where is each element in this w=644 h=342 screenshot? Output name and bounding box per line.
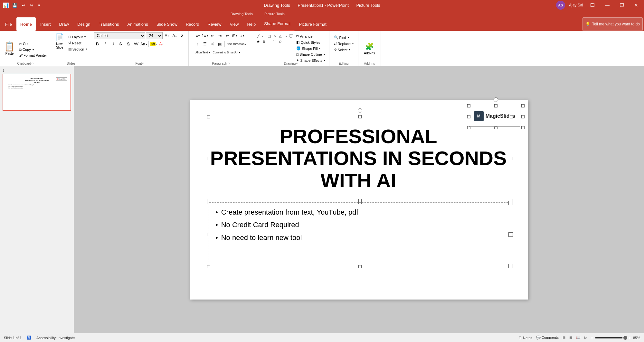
menu-file[interactable]: File [1,17,16,31]
align-left-button[interactable]: ⫶ [194,41,201,48]
redo-button[interactable]: ↪ [29,2,35,8]
shape-star[interactable]: ★ [256,39,261,44]
shape-more[interactable]: ⊕ [261,39,266,44]
layout-button[interactable]: ⊟ Layout ▾ [67,34,89,40]
menu-insert[interactable]: Insert [36,17,55,31]
bullets-button[interactable]: ≡▾ [194,32,201,39]
shape-line[interactable]: ╱ [256,33,261,39]
canvas-area[interactable]: M MagicSlides [74,66,644,333]
align-center-button[interactable]: ☰ [202,41,209,48]
select-button[interactable]: ⊹ Select ▾ [333,47,352,52]
zoom-thumb[interactable] [623,336,627,340]
change-case-button[interactable]: Aa▾ [140,41,147,48]
picture-tools-tab[interactable]: Picture Tools [259,11,290,16]
increase-font-button[interactable]: A↑ [163,32,170,39]
title-textbox[interactable]: PROFESSIONAL PRESENTATIONS IN SECONDS WI… [209,117,508,200]
quick-styles-button[interactable]: ◧ Quick Styles [295,40,326,45]
smart-indent-button[interactable]: ⇔ [224,32,231,39]
menu-draw[interactable]: Draw [55,17,73,31]
shape-line2[interactable]: — [267,39,272,44]
zoom-in-button[interactable]: + [629,336,631,340]
menu-review[interactable]: Review [204,17,225,31]
clipboard-expand-icon[interactable]: ⧉ [32,62,33,65]
handle-ne[interactable] [521,104,525,107]
slide-canvas[interactable]: M MagicSlides [190,100,528,300]
align-text-button[interactable]: Align Text ▾ [194,49,211,56]
convert-smartart-button[interactable]: Convert to SmartArt ▾ [212,49,242,56]
shape-circle[interactable]: ○ [272,33,277,39]
underline-button[interactable]: U [109,41,116,48]
customize-qat-button[interactable]: ▾ [37,2,42,8]
copy-dropdown-arrow[interactable]: ▾ [33,48,34,51]
shape-outline-button[interactable]: □ Shape Outline ▾ [295,52,326,57]
bullets-handle-e[interactable] [508,232,513,237]
menu-animations[interactable]: Animations [124,17,152,31]
slideshow-button[interactable]: ▷ [584,336,587,340]
restore-button[interactable]: ❐ [617,1,627,9]
line-spacing-button[interactable]: ↕▾ [239,32,246,39]
reset-button[interactable]: ↺ Reset [67,40,89,46]
add-ins-button[interactable]: 🧩 Add-ins [362,42,376,56]
shape-arrow[interactable]: → [283,33,288,39]
justify-button[interactable]: ▤ [216,41,223,48]
layout-arrow[interactable]: ▾ [84,35,86,38]
new-slide-button[interactable]: 📄 NewSlide [54,32,66,50]
zoom-out-button[interactable]: − [591,336,593,340]
bullets-textbox[interactable]: • Create presentation from text, YouTube… [209,202,508,265]
bullets-handle-s[interactable] [358,265,362,268]
strikethrough-button[interactable]: S [117,41,124,48]
title-rotate-handle[interactable] [358,108,362,113]
find-button[interactable]: 🔍 Find ▾ [333,35,350,40]
menu-shape-format[interactable]: Shape Format [260,17,294,31]
numbering-button[interactable]: 1≡▾ [202,32,209,39]
copy-button[interactable]: ⧉ Copy ▾ [18,47,48,52]
bold-button[interactable]: B [94,41,101,48]
format-painter-button[interactable]: 🖌 Format Painter [18,53,48,58]
shape-fill-button[interactable]: 🪣 Shape Fill ▾ [295,46,326,51]
bullets-handle-sw[interactable] [207,265,210,268]
notes-button[interactable]: 🗒 Notes [518,336,532,340]
user-avatar[interactable]: AS [556,1,565,10]
decrease-font-button[interactable]: A↓ [171,32,178,39]
shape-effects-button[interactable]: ✦ Shape Effects ▾ [295,58,326,63]
font-expand-icon[interactable]: ⧉ [142,62,144,65]
view-slide-sorter-button[interactable]: ⊞ [569,336,572,340]
view-reading-button[interactable]: 📖 [576,336,581,340]
font-size-select[interactable]: 24 [146,32,163,39]
close-button[interactable]: ✕ [631,1,641,9]
clear-format-button[interactable]: ✗ [179,32,186,39]
menu-help[interactable]: Help [243,17,260,31]
menu-record[interactable]: Record [182,17,203,31]
char-spacing-button[interactable]: AV [132,41,139,48]
accessibility-label[interactable]: Accessibility: Investigate [36,336,75,340]
menu-slide-show[interactable]: Slide Show [153,17,181,31]
italic-button[interactable]: I [101,41,109,48]
cut-button[interactable]: ✂ Cut [18,41,48,47]
section-arrow[interactable]: ▾ [86,48,87,51]
rotate-handle[interactable] [494,97,498,102]
text-direction-button[interactable]: Text Direction ▾ [226,41,248,48]
bullets-handle-ne[interactable] [508,201,513,205]
shape-triangle[interactable]: △ [278,33,283,39]
title-handle-e[interactable] [510,157,513,160]
drawing-tools-tab[interactable]: Drawing Tools [225,11,258,16]
section-button[interactable]: ▤ Section ▾ [67,46,89,52]
menu-transitions[interactable]: Transitions [95,17,123,31]
undo-button[interactable]: ↩ [21,2,27,8]
arrange-button[interactable]: ⧉ Arrange [295,33,326,39]
handle-e[interactable] [521,115,525,118]
text-shadow-button[interactable]: S [125,41,132,48]
title-handle-ne[interactable] [510,115,513,118]
shape-rect[interactable]: ▭ [261,33,266,39]
slide-thumbnail[interactable]: 🎯 MagicSlides PROFESSIONALPRESENTATIONS … [3,74,71,111]
increase-indent-button[interactable]: ⇥ [216,32,223,39]
align-right-button[interactable]: ⫷ [209,41,216,48]
menu-view[interactable]: View [226,17,242,31]
font-highlight-button[interactable]: ab ▾ [150,41,157,48]
comments-button[interactable]: 💬 Comments [536,336,559,340]
decrease-indent-button[interactable]: ⇤ [209,32,216,39]
font-color-button[interactable]: A ▾ [158,41,165,48]
paste-button[interactable]: 📋 Paste [3,40,16,57]
drawing-expand-icon[interactable]: ⧉ [296,62,298,65]
menu-picture-format[interactable]: Picture Format [295,17,330,31]
